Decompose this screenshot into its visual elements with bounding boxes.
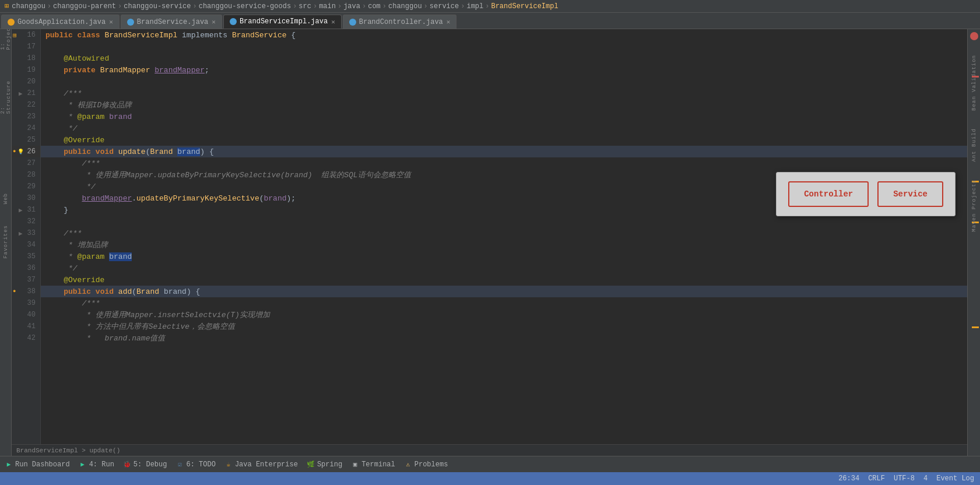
terminal-label: Terminal xyxy=(361,461,395,469)
code-line-25[interactable]: @Override xyxy=(41,134,967,146)
tab-close-brandcontroller[interactable]: ✕ xyxy=(447,18,451,26)
breadcrumb-src[interactable]: src xyxy=(298,2,311,10)
code-lines[interactable]: public class BrandServiceImpl implements… xyxy=(41,29,967,444)
status-position[interactable]: 26:34 xyxy=(838,475,859,483)
line-num-19: 19 xyxy=(12,64,40,76)
tab-close-goods[interactable]: ✕ xyxy=(109,18,113,26)
sidebar-icon-web[interactable]: Web xyxy=(1,194,10,203)
code-line-38[interactable]: public void add(Brand brand) { xyxy=(41,286,967,297)
toolbar-run-dashboard[interactable]: ▶ Run Dashboard xyxy=(5,461,70,469)
code-line-35[interactable]: * @param brand xyxy=(41,251,967,262)
tab-bar: GoodsApplication.java ✕ BrandService.jav… xyxy=(0,13,980,29)
code-line-32[interactable] xyxy=(41,216,967,227)
todo-icon: ☑ xyxy=(175,461,184,469)
tab-icon-brandcontroller xyxy=(349,19,356,26)
breadcrumb-service2[interactable]: service xyxy=(430,2,459,10)
line-num-32: 32 xyxy=(12,216,40,227)
error-indicator[interactable] xyxy=(970,32,978,40)
code-line-27[interactable]: /*** xyxy=(41,157,967,169)
breadcrumb-impl[interactable]: impl xyxy=(466,2,483,10)
code-line-40[interactable]: * 使用通用Mapper.insertSelectvie(T)实现增加 xyxy=(41,309,967,321)
selected-param-brand: brand xyxy=(109,252,132,261)
code-line-41[interactable]: * 方法中但凡带有Selective，会忽略空值 xyxy=(41,321,967,332)
debug-label: 5: Debug xyxy=(134,461,167,469)
tab-brandserviceimpl[interactable]: BrandServiceImpl.java ✕ xyxy=(223,15,342,29)
toolbar-run[interactable]: ▶ 4: Run xyxy=(79,461,114,469)
sidebar-icon-structure[interactable]: 2: Structure xyxy=(1,93,10,102)
debug-icon: 🐞 xyxy=(123,461,131,469)
left-sidebar: 1: Project 2: Structure Web Favorites xyxy=(0,29,12,456)
tab-brandcontroller[interactable]: BrandController.java ✕ xyxy=(343,15,457,29)
controller-button[interactable]: Controller xyxy=(788,181,869,207)
breadcrumb-changgou[interactable]: changgou xyxy=(12,2,45,10)
main-area: 1: Project 2: Structure Web Favorites ⊞ … xyxy=(0,29,980,456)
tab-close-brandserviceimpl[interactable]: ✕ xyxy=(331,18,335,26)
status-line-separator[interactable]: CRLF xyxy=(868,475,885,483)
code-line-22[interactable]: * 根据ID修改品牌 xyxy=(41,99,967,111)
right-sidebar: Bean Validation Ant Build Maven Projects xyxy=(967,29,980,456)
code-line-42[interactable]: * brand.name值值 xyxy=(41,332,967,344)
sidebar-icon-project[interactable]: 1: Project xyxy=(1,32,10,41)
code-line-23[interactable]: * @param brand xyxy=(41,111,967,122)
tab-label-brandcontroller: BrandController.java xyxy=(359,18,443,26)
error-mark-1 xyxy=(972,76,979,78)
tab-goodsapplication[interactable]: GoodsApplication.java ✕ xyxy=(1,15,120,29)
line-num-34: 34 xyxy=(12,239,40,251)
code-line-16[interactable]: public class BrandServiceImpl implements… xyxy=(41,29,967,41)
editor-breadcrumb: BrandServiceImpl > update() xyxy=(12,444,967,456)
spring-label: Spring xyxy=(317,461,342,469)
breadcrumb-bar: ⊞ changgou › changgou-parent › changgou-… xyxy=(0,0,980,13)
line-num-16: ⊞ 16 xyxy=(12,29,40,41)
sidebar-label-ant[interactable]: Ant Build xyxy=(971,128,977,162)
code-line-18[interactable]: @Autowired xyxy=(41,52,967,64)
bottom-toolbar: ▶ Run Dashboard ▶ 4: Run 🐞 5: Debug ☑ 6:… xyxy=(0,456,980,472)
code-line-36[interactable]: */ xyxy=(41,262,967,274)
toolbar-java-enterprise[interactable]: ☕ Java Enterprise xyxy=(224,461,298,469)
status-bar: 26:34 CRLF UTF-8 4 Event Log xyxy=(0,472,980,485)
code-line-26[interactable]: public void update(Brand brand) { xyxy=(41,146,967,157)
sidebar-label-maven[interactable]: Maven Projects xyxy=(971,180,977,232)
event-log[interactable]: Event Log xyxy=(936,475,974,483)
code-line-34[interactable]: * 增加品牌 xyxy=(41,239,967,251)
breadcrumb-parent[interactable]: changgou-parent xyxy=(53,2,116,10)
line-num-30: 30 xyxy=(12,192,40,204)
code-line-39[interactable]: /*** xyxy=(41,297,967,309)
breadcrumb-changgou2[interactable]: changgou xyxy=(388,2,422,10)
code-line-17[interactable] xyxy=(41,41,967,52)
tab-close-brandservice[interactable]: ✕ xyxy=(212,18,216,26)
breadcrumb-goods[interactable]: changgou-service-goods xyxy=(199,2,291,10)
breadcrumb-brandserviceimpl[interactable]: BrandServiceImpl xyxy=(491,2,558,10)
line-num-21: ▶ 21 xyxy=(12,87,40,99)
run-icon: ▶ xyxy=(79,461,87,469)
sidebar-label-bean[interactable]: Bean Validation xyxy=(971,55,977,111)
status-indent[interactable]: 4 xyxy=(923,475,928,483)
toolbar-debug[interactable]: 🐞 5: Debug xyxy=(123,461,167,469)
line-num-31: ▶ 31 xyxy=(12,204,40,216)
editor-area[interactable]: ⊞ 16 17 18 19 20 ▶ 21 22 23 24 25 ● 💡 2 xyxy=(12,29,967,456)
tab-label-brandservice: BrandService.java xyxy=(137,18,208,26)
code-line-37[interactable]: @Override xyxy=(41,274,967,286)
line-num-40: 40 xyxy=(12,309,40,321)
code-line-21[interactable]: /*** xyxy=(41,87,967,99)
breadcrumb-com[interactable]: com xyxy=(368,2,381,10)
line-num-28: 28 xyxy=(12,169,40,181)
code-line-20[interactable] xyxy=(41,76,967,87)
tab-brandservice[interactable]: BrandService.java ✕ xyxy=(121,15,222,29)
status-encoding[interactable]: UTF-8 xyxy=(894,475,915,483)
run-dashboard-icon: ▶ xyxy=(5,461,13,469)
breadcrumb-java[interactable]: java xyxy=(343,2,360,10)
toolbar-spring[interactable]: 🌿 Spring xyxy=(307,461,342,469)
code-line-19[interactable]: private BrandMapper brandMapper; xyxy=(41,64,967,76)
sidebar-icon-favorites[interactable]: Favorites xyxy=(1,237,10,247)
line-num-41: 41 xyxy=(12,321,40,332)
code-line-24[interactable]: */ xyxy=(41,122,967,134)
toolbar-problems[interactable]: ⚠ Problems xyxy=(404,461,448,469)
toolbar-terminal[interactable]: ▣ Terminal xyxy=(351,461,395,469)
line-num-25: 25 xyxy=(12,134,40,146)
tab-label-goods: GoodsApplication.java xyxy=(17,18,106,26)
service-button[interactable]: Service xyxy=(877,181,943,207)
code-line-33[interactable]: /*** xyxy=(41,227,967,239)
toolbar-todo[interactable]: ☑ 6: TODO xyxy=(175,461,215,469)
breadcrumb-service[interactable]: changgou-service xyxy=(124,2,191,10)
breadcrumb-main[interactable]: main xyxy=(319,2,336,10)
